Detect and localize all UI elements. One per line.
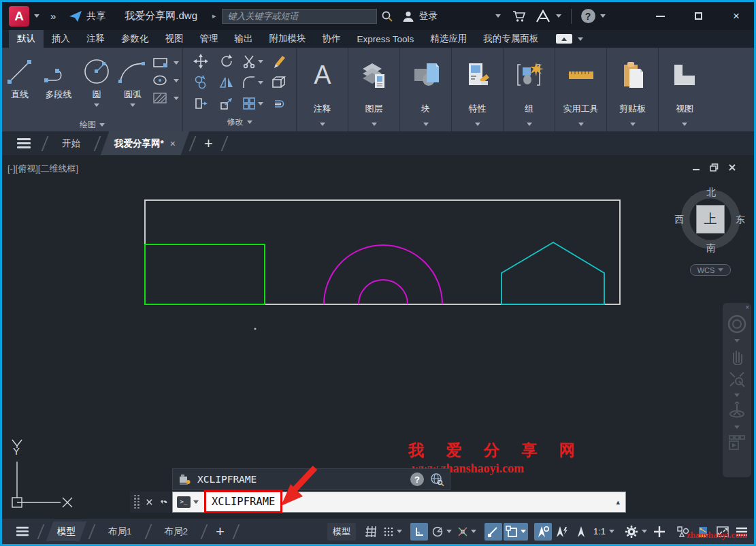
ribbon-tab-annotate[interactable]: 注释 (78, 30, 113, 48)
showmotion-icon[interactable] (727, 434, 746, 453)
ribbon-tab-manage[interactable]: 管理 (192, 30, 227, 48)
rotate-button[interactable] (214, 52, 238, 71)
command-expand-icon[interactable]: ▴ (616, 498, 620, 507)
signin-caret-icon[interactable] (495, 14, 501, 18)
viewcube-east[interactable]: 东 (736, 214, 745, 226)
ribbon-tab-parametric[interactable]: 参数化 (113, 30, 157, 48)
arc-caret-icon[interactable] (130, 103, 135, 107)
polyline-tool-button[interactable]: 多段线 (37, 52, 80, 101)
properties-button[interactable] (452, 48, 503, 103)
annotation-scale-button[interactable] (572, 523, 590, 541)
copy-button[interactable] (188, 73, 212, 92)
layers-panel-caret-icon[interactable] (372, 123, 377, 126)
annotation-autoscale-toggle[interactable] (553, 523, 571, 541)
search-expand-icon[interactable]: ▸ (212, 12, 216, 20)
navwheel-caret-icon[interactable] (734, 339, 740, 342)
snap-caret-icon[interactable] (397, 530, 402, 533)
group-button[interactable] (504, 48, 555, 103)
fillet-caret-icon[interactable] (258, 81, 263, 84)
layout2-tab[interactable]: 布局2 (156, 519, 197, 544)
ribbon-tab-default[interactable]: 默认 (9, 30, 44, 48)
ribbon-collapse-button[interactable] (556, 34, 572, 44)
settings-caret-icon[interactable] (642, 530, 647, 533)
hatch-tool-button[interactable] (152, 91, 179, 105)
osnap-caret-icon[interactable] (521, 530, 526, 533)
viewcube-west[interactable]: 西 (674, 214, 684, 226)
autodesk-logo-icon[interactable] (535, 10, 551, 23)
arc-tool-button[interactable]: 圆弧 (114, 52, 152, 107)
rectangle-tool-button[interactable] (152, 56, 179, 69)
new-layout-button[interactable]: + (216, 523, 225, 541)
ribbon-collapse-caret-icon[interactable] (578, 37, 583, 41)
wcs-dropdown[interactable]: WCS (690, 264, 731, 276)
ribbon-tab-my-panel[interactable]: 我的专属面板 (475, 30, 546, 48)
snap-toggle[interactable] (381, 523, 404, 541)
group-panel-caret-icon[interactable] (527, 123, 532, 126)
ribbon-tab-output[interactable]: 输出 (227, 30, 261, 48)
search-input[interactable] (222, 9, 377, 24)
trim-button[interactable] (240, 52, 264, 71)
osnap-line-toggle[interactable] (484, 523, 502, 541)
ribbon-tab-collaborate[interactable]: 协作 (314, 30, 349, 48)
utilities-button[interactable] (555, 48, 606, 103)
search-icon[interactable] (381, 10, 393, 22)
object-snap-tracking-toggle[interactable] (455, 523, 478, 541)
annotation-button[interactable]: A (297, 48, 348, 103)
view-button[interactable] (659, 48, 710, 103)
scale-caret-icon[interactable] (609, 530, 614, 533)
signin-button[interactable]: 登录 (419, 10, 438, 22)
file-tabs-menu-icon[interactable] (17, 138, 31, 148)
hatch-caret-icon[interactable] (174, 97, 179, 100)
viewcube-top-face[interactable]: 上 (696, 205, 725, 234)
block-button[interactable] (400, 48, 451, 103)
modify-panel-footer[interactable]: 修改 (183, 115, 296, 129)
file-tab-start[interactable]: 开始 (52, 131, 90, 155)
model-space-button[interactable]: 模型 (327, 523, 356, 541)
navigation-wheel-icon[interactable] (727, 314, 747, 334)
ribbon-tab-featured-apps[interactable]: 精选应用 (422, 30, 475, 48)
close-button[interactable]: × (723, 6, 750, 27)
share-button[interactable]: 共享 (86, 10, 105, 22)
clipboard-button[interactable] (607, 48, 658, 103)
scale-value-button[interactable]: 1:1 (591, 523, 617, 541)
orbit-icon[interactable] (727, 402, 746, 421)
ribbon-tab-express-tools[interactable]: Express Tools (349, 30, 423, 48)
array-caret-icon[interactable] (258, 102, 263, 106)
viewcube-south[interactable]: 南 (706, 242, 716, 255)
erase-button[interactable] (266, 52, 290, 71)
drawing-area[interactable]: [-][俯视][二维线框] Y (2, 155, 754, 519)
osnap-toggle[interactable] (504, 523, 528, 541)
command-input-text[interactable]: XCLIPFRAME (212, 496, 275, 508)
ribbon-tab-view[interactable]: 视图 (157, 30, 192, 48)
command-caret-icon[interactable] (193, 500, 199, 504)
array-button[interactable] (240, 94, 264, 113)
polar-caret-icon[interactable] (446, 530, 452, 533)
layout1-tab[interactable]: 布局1 (99, 519, 141, 544)
cart-icon[interactable] (512, 10, 527, 23)
rectangle-caret-icon[interactable] (174, 61, 179, 65)
explode-button[interactable] (266, 73, 290, 92)
command-wrench-icon[interactable] (159, 496, 168, 507)
help-icon[interactable]: ? (581, 9, 595, 23)
zoom-caret-icon[interactable] (734, 394, 740, 397)
new-tab-button[interactable]: + (204, 135, 213, 152)
annotation-visibility-toggle[interactable] (534, 523, 552, 541)
circle-caret-icon[interactable] (94, 103, 99, 107)
internet-search-icon[interactable] (429, 472, 444, 486)
maximize-button[interactable] (685, 6, 712, 27)
move-button[interactable] (188, 52, 212, 71)
ellipse-caret-icon[interactable] (174, 79, 179, 82)
circle-tool-button[interactable]: 圆 (80, 52, 114, 107)
pan-hand-icon[interactable] (728, 347, 746, 365)
quick-access-expand-icon[interactable]: » (50, 10, 57, 22)
user-icon[interactable] (401, 10, 415, 23)
clipboard-panel-caret-icon[interactable] (630, 123, 636, 126)
ribbon-tab-addins[interactable]: 附加模块 (261, 30, 314, 48)
stretch-button[interactable] (188, 94, 212, 113)
ortho-toggle[interactable] (410, 523, 428, 541)
view-panel-caret-icon[interactable] (682, 123, 687, 126)
block-panel-caret-icon[interactable] (423, 123, 429, 126)
ribbon-tab-insert[interactable]: 插入 (44, 30, 78, 48)
properties-panel-caret-icon[interactable] (475, 123, 480, 126)
annotation-panel-caret-icon[interactable] (320, 123, 325, 126)
